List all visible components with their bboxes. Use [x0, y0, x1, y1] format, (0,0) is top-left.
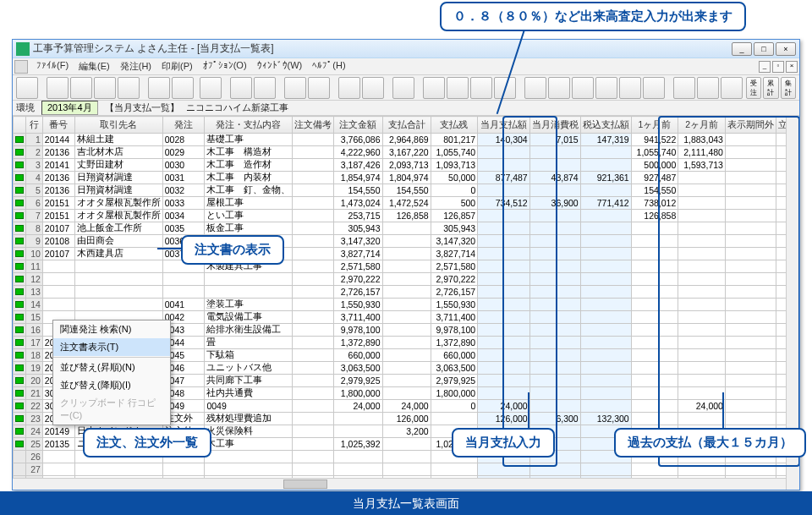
menu-0[interactable]: ﾌｧｲﾙ(F) [31, 58, 74, 74]
cell[interactable] [580, 260, 631, 273]
current-pay-cell[interactable] [478, 311, 530, 324]
table-row[interactable]: 132,726,1572,726,157 [14, 286, 799, 299]
toolbar-button[interactable] [423, 77, 445, 99]
col-header[interactable]: 税込支払額 [580, 117, 631, 134]
horizontal-scrollbar[interactable] [13, 478, 786, 490]
cell[interactable] [529, 375, 580, 387]
cell[interactable] [529, 248, 580, 260]
cell[interactable] [580, 286, 631, 299]
toolbar-button[interactable] [595, 77, 617, 99]
current-pay-cell[interactable] [478, 210, 530, 222]
current-pay-cell[interactable] [478, 235, 530, 248]
mdi-min[interactable]: _ [759, 61, 771, 73]
current-pay-cell[interactable] [478, 286, 530, 299]
context-menu-item[interactable]: 並び替え(昇順)(N) [53, 359, 170, 376]
current-pay-cell[interactable] [478, 273, 530, 286]
table-row[interactable]: 320141丈野田建材0030木工事 造作材3,187,4262,093,713… [14, 159, 799, 172]
cell[interactable] [580, 299, 631, 311]
col-header[interactable] [14, 117, 26, 134]
col-header[interactable]: 注文備考 [293, 117, 334, 134]
menu-5[interactable]: ｳｨﾝﾄﾞｳ(W) [252, 58, 308, 74]
cell[interactable] [529, 235, 580, 248]
cell[interactable] [580, 222, 631, 235]
current-pay-cell[interactable] [478, 146, 530, 159]
col-header[interactable]: 発注・支払内容 [205, 117, 293, 134]
table-row[interactable]: 220136吉北材木店0029木工事 構造材4,222,9603,167,220… [14, 146, 799, 159]
current-pay-cell[interactable]: 140,304 [478, 134, 530, 146]
table-row[interactable]: 420136日翔資材調達0031木工事 内装材1,854,9741,804,97… [14, 172, 799, 184]
current-pay-cell[interactable] [478, 299, 530, 311]
cell[interactable]: 132,300 [580, 413, 631, 425]
cell[interactable] [580, 337, 631, 349]
current-pay-cell[interactable] [478, 260, 530, 273]
context-menu-item[interactable]: 注文書表示(T) [53, 338, 170, 356]
table-row[interactable]: 140041塗装工事1,550,9301,550,930 [14, 299, 799, 311]
cell[interactable] [580, 375, 631, 387]
toolbar-shukei[interactable]: 集計 [781, 77, 796, 99]
cell[interactable] [529, 349, 580, 362]
toolbar-button[interactable] [362, 77, 384, 99]
current-pay-cell[interactable] [478, 159, 530, 172]
toolbar-button[interactable] [254, 77, 276, 99]
current-pay-cell[interactable]: 734,512 [478, 197, 530, 210]
minimize-button[interactable]: _ [732, 42, 752, 56]
cell[interactable] [529, 184, 580, 197]
cell[interactable] [580, 248, 631, 260]
cell[interactable] [529, 286, 580, 299]
current-pay-cell[interactable] [478, 387, 530, 400]
cell[interactable] [580, 387, 631, 400]
cell[interactable] [580, 273, 631, 286]
col-header[interactable]: 支払残 [431, 117, 478, 134]
cell[interactable] [580, 324, 631, 337]
cell[interactable] [580, 235, 631, 248]
toolbar-button[interactable] [572, 77, 594, 99]
cell[interactable] [580, 159, 631, 172]
cell[interactable] [529, 362, 580, 375]
mdi-close[interactable]: × [786, 61, 798, 73]
toolbar-button[interactable] [230, 77, 252, 99]
current-pay-cell[interactable] [478, 349, 530, 362]
table-row[interactable]: 1020107木西建具店0037金属製建具工事3,827,7143,827,71… [14, 248, 799, 260]
table-row[interactable]: 720151オオタ屋根瓦製作所0034とい工事253,715126,858126… [14, 210, 799, 222]
menu-3[interactable]: 印刷(P) [156, 58, 198, 74]
cell[interactable] [580, 184, 631, 197]
toolbar-button[interactable] [392, 77, 414, 99]
col-header[interactable]: 行 [26, 117, 42, 134]
col-header[interactable]: 当月消費税 [529, 117, 580, 134]
toolbar-button[interactable] [47, 77, 69, 99]
toolbar-button[interactable] [697, 77, 719, 99]
table-row[interactable]: 520136日翔資材調達0032木工事 釘、金物、154,550154,5500… [14, 184, 799, 197]
table-row[interactable]: 820107池上飯金工作所0035板金工事305,943305,943 [14, 222, 799, 235]
toolbar-jyuchu[interactable]: 受注 [746, 77, 761, 99]
cell[interactable]: 43,874 [529, 172, 580, 184]
toolbar-button[interactable] [70, 77, 92, 99]
cell[interactable] [529, 400, 580, 413]
toolbar-button[interactable] [548, 77, 570, 99]
cell[interactable] [529, 159, 580, 172]
col-header[interactable]: 1ヶ月前 [631, 117, 678, 134]
toolbar-button[interactable] [619, 77, 641, 99]
current-pay-cell[interactable] [478, 184, 530, 197]
current-pay-cell[interactable] [478, 222, 530, 235]
col-header[interactable]: 表示期間外 [725, 117, 776, 134]
current-pay-cell[interactable]: 877,487 [478, 172, 530, 184]
cell[interactable] [529, 463, 580, 476]
toolbar-button[interactable] [524, 77, 546, 99]
cell[interactable]: 7,015 [529, 134, 580, 146]
toolbar-button[interactable] [118, 77, 140, 99]
cell[interactable]: 921,361 [580, 172, 631, 184]
cell[interactable] [529, 337, 580, 349]
maximize-button[interactable]: □ [754, 42, 774, 56]
cell[interactable] [529, 146, 580, 159]
current-pay-cell[interactable]: 24,000 [478, 400, 530, 413]
table-row-empty[interactable]: 27 [14, 463, 799, 476]
table-row[interactable]: 620151オオタ屋根瓦製作所0033屋根工事1,473,0241,472,52… [14, 197, 799, 210]
hsb-thumb[interactable] [283, 479, 327, 489]
cell[interactable] [529, 299, 580, 311]
cell[interactable]: 6,300 [529, 413, 580, 425]
cell[interactable] [529, 311, 580, 324]
toolbar-button[interactable] [643, 77, 665, 99]
toolbar-button[interactable] [200, 77, 222, 99]
col-header[interactable]: 注文金額 [334, 117, 382, 134]
menu-4[interactable]: ｵﾌﾟｼｮﾝ(O) [198, 58, 252, 74]
